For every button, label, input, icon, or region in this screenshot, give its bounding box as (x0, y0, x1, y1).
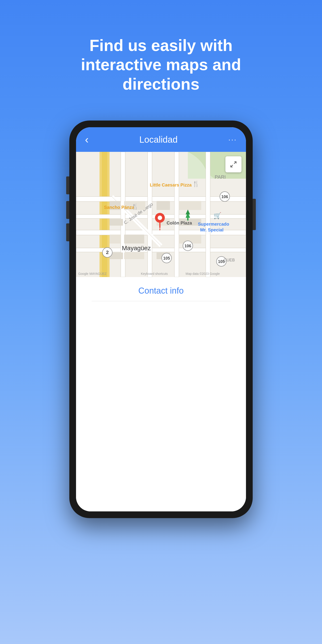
contact-content-area (76, 310, 246, 512)
volume-up-button (66, 176, 69, 194)
svg-text:🍴: 🍴 (192, 180, 200, 188)
map-container[interactable]: C. José de Diego (76, 152, 246, 277)
svg-rect-11 (206, 152, 210, 277)
svg-text:Google: Google (78, 272, 88, 276)
svg-line-59 (234, 162, 236, 164)
svg-rect-19 (110, 219, 123, 226)
phone-mockup: ‹ Localidad ··· (69, 120, 253, 518)
svg-rect-18 (179, 201, 201, 210)
svg-rect-22 (110, 234, 121, 244)
screen-title: Localidad (139, 134, 178, 145)
svg-point-51 (158, 216, 162, 220)
hero-title: Find us easily with interactive maps and… (60, 36, 262, 94)
map-expand-button[interactable] (226, 156, 242, 172)
svg-text:🛒: 🛒 (214, 212, 222, 219)
svg-text:Keyboard shortcuts: Keyboard shortcuts (141, 272, 168, 276)
map-background: C. José de Diego (76, 152, 246, 277)
svg-text:Mr. Special: Mr. Special (200, 228, 224, 232)
more-options-button[interactable]: ··· (228, 136, 237, 144)
svg-text:105: 105 (163, 256, 170, 260)
svg-rect-7 (76, 248, 246, 252)
svg-text:106: 106 (222, 194, 228, 199)
svg-text:🍴: 🍴 (132, 203, 139, 210)
svg-rect-17 (156, 201, 170, 210)
svg-rect-10 (174, 152, 179, 277)
svg-rect-48 (187, 218, 188, 220)
svg-text:Supermercado: Supermercado (198, 222, 229, 226)
svg-rect-26 (124, 252, 144, 259)
svg-text:Mayagüez: Mayagüez (122, 245, 151, 252)
contact-section: Contact info (76, 277, 246, 310)
map-svg: C. José de Diego (76, 152, 246, 277)
contact-info-title[interactable]: Contact info (87, 286, 235, 296)
svg-text:CUEB: CUEB (224, 258, 235, 262)
svg-rect-23 (124, 234, 144, 244)
contact-divider (92, 301, 230, 301)
app-header: ‹ Localidad ··· (76, 127, 246, 152)
svg-text:2: 2 (106, 250, 109, 255)
svg-text:Little Caesars Pizza: Little Caesars Pizza (150, 182, 192, 188)
svg-text:Colón Plaza: Colón Plaza (166, 220, 192, 226)
phone-frame: ‹ Localidad ··· (69, 120, 253, 518)
back-button[interactable]: ‹ (85, 134, 88, 145)
svg-text:Map data ©2023 Google: Map data ©2023 Google (186, 272, 220, 276)
svg-rect-9 (148, 152, 152, 277)
svg-text:MAYAGÜEZ: MAYAGÜEZ (90, 272, 107, 276)
svg-line-60 (231, 165, 233, 167)
power-button (253, 199, 256, 230)
svg-text:Sancho Pánza: Sancho Pánza (104, 205, 134, 210)
mute-button (66, 224, 69, 241)
phone-screen: ‹ Localidad ··· (76, 127, 246, 512)
svg-text:PARI: PARI (215, 174, 226, 180)
svg-text:106: 106 (184, 244, 191, 248)
volume-down-button (66, 201, 69, 219)
